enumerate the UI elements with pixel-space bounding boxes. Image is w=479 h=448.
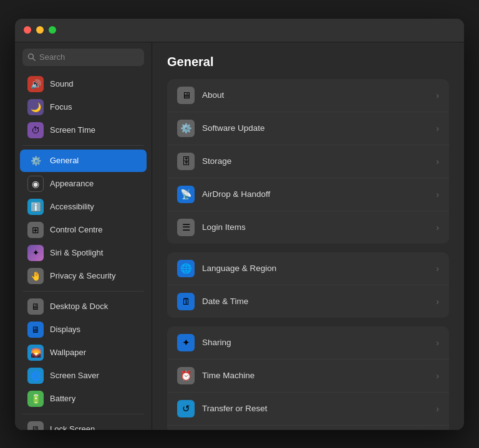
svg-line-1	[33, 59, 36, 61]
about-icon: 🖥	[177, 87, 195, 104]
sidebar-item-label: Accessibility	[50, 202, 94, 211]
chevron-icon: ›	[436, 297, 439, 307]
page-title: General	[167, 55, 449, 69]
settings-row-software-update[interactable]: ⚙️ Software Update ›	[167, 112, 449, 145]
row-label: Software Update	[202, 123, 428, 133]
divider-1	[22, 145, 144, 146]
chevron-icon: ›	[436, 222, 439, 232]
sidebar-item-label: Sound	[50, 79, 74, 88]
row-label: Language & Region	[202, 264, 428, 273]
sidebar-item-lock-screen[interactable]: 🖥 Lock Screen	[20, 418, 147, 430]
displays-icon: 🖥	[27, 322, 44, 338]
settings-row-sharing[interactable]: ✦ Sharing ›	[167, 326, 449, 360]
sharing-icon: ✦	[177, 334, 195, 351]
sidebar-item-label: Appearance	[50, 179, 94, 188]
search-container: Search	[15, 49, 152, 72]
settings-row-time-machine[interactable]: ⏰ Time Machine ›	[167, 360, 449, 393]
maximize-button[interactable]	[49, 26, 56, 34]
transfer-reset-icon: ↺	[177, 400, 195, 417]
sidebar-item-privacy-security[interactable]: 🤚 Privacy & Security	[20, 265, 147, 287]
row-label: Sharing	[202, 338, 428, 347]
chevron-icon: ›	[436, 404, 439, 414]
sidebar-group-3: 🖥 Desktop & Dock 🖥 Displays 🌄 Wallpaper	[15, 295, 152, 410]
settings-group-b: 🌐 Language & Region › 🗓 Date & Time ›	[167, 252, 449, 318]
sidebar-item-focus[interactable]: 🌙 Focus	[20, 96, 147, 118]
system-preferences-window: Search 🔊 Sound 🌙 Focus	[15, 19, 464, 430]
sidebar-item-appearance[interactable]: ◉ Appearance	[20, 173, 147, 195]
battery-icon: 🔋	[27, 391, 44, 407]
sidebar-item-label: Lock Screen	[50, 424, 95, 430]
sidebar-item-label: Screen Saver	[50, 371, 99, 380]
sidebar-group-1: 🔊 Sound 🌙 Focus ⏱ Screen Time	[15, 73, 152, 141]
software-update-icon: ⚙️	[177, 120, 195, 137]
general-icon: ⚙️	[27, 153, 44, 169]
chevron-icon: ›	[436, 90, 439, 100]
settings-row-about[interactable]: 🖥 About ›	[167, 79, 449, 112]
settings-row-airdrop-handoff[interactable]: 📡 AirDrop & Handoff ›	[167, 178, 449, 211]
airdrop-icon: 📡	[177, 186, 195, 203]
storage-icon: 🗄	[177, 153, 195, 170]
sidebar-item-accessibility[interactable]: ℹ️ Accessibility	[20, 196, 147, 218]
minimize-button[interactable]	[36, 26, 44, 34]
sidebar-group-2: ⚙️ General ◉ Appearance ℹ️ Accessibility	[15, 150, 152, 287]
sidebar-item-desktop-dock[interactable]: 🖥 Desktop & Dock	[20, 295, 147, 318]
siri-icon: ✦	[27, 245, 44, 261]
sidebar-item-label: General	[50, 156, 79, 165]
content-area: Search 🔊 Sound 🌙 Focus	[15, 42, 464, 430]
settings-row-storage[interactable]: 🗄 Storage ›	[167, 145, 449, 178]
settings-row-startup-disk[interactable]: 💾 Startup Disk ›	[167, 426, 449, 430]
settings-group-a: 🖥 About › ⚙️ Software Update › 🗄	[167, 79, 449, 244]
sidebar-item-control-centre[interactable]: ⊞ Control Centre	[20, 219, 147, 241]
sidebar-item-label: Focus	[50, 102, 72, 112]
sidebar-item-screen-saver[interactable]: 🌀 Screen Saver	[20, 365, 147, 387]
sidebar-item-label: Displays	[50, 325, 80, 334]
settings-row-transfer-reset[interactable]: ↺ Transfer or Reset ›	[167, 393, 449, 426]
settings-row-login-items[interactable]: ☰ Login Items ›	[167, 211, 449, 244]
sound-icon: 🔊	[27, 76, 44, 92]
settings-row-date-time[interactable]: 🗓 Date & Time ›	[167, 285, 449, 318]
main-content: General 🖥 About › ⚙️ Software Update ›	[152, 42, 464, 430]
titlebar	[15, 19, 464, 42]
sidebar-group-4: 🖥 Lock Screen 🔴 Touch ID & Password 👥 Us…	[15, 418, 152, 430]
sidebar-item-label: Wallpaper	[50, 348, 86, 357]
sidebar-item-siri-spotlight[interactable]: ✦ Siri & Spotlight	[20, 242, 147, 264]
search-placeholder: Search	[39, 52, 65, 62]
chevron-icon: ›	[436, 371, 439, 381]
divider-3	[22, 414, 144, 414]
search-box[interactable]: Search	[22, 49, 144, 66]
chevron-icon: ›	[436, 338, 439, 348]
sidebar-item-battery[interactable]: 🔋 Battery	[20, 388, 147, 410]
row-label: Transfer or Reset	[202, 404, 428, 413]
wallpaper-icon: 🌄	[27, 345, 44, 361]
date-time-icon: 🗓	[177, 293, 195, 310]
row-label: Storage	[202, 156, 428, 166]
desktop-dock-icon: 🖥	[27, 298, 44, 315]
row-label: Time Machine	[202, 371, 428, 380]
sidebar-item-label: Siri & Spotlight	[50, 248, 103, 257]
settings-group-c: ✦ Sharing › ⏰ Time Machine › ↺ Tran	[167, 326, 449, 430]
sidebar-item-displays[interactable]: 🖥 Displays	[20, 318, 147, 341]
settings-row-language-region[interactable]: 🌐 Language & Region ›	[167, 252, 449, 285]
sidebar-item-label: Battery	[50, 394, 75, 403]
divider-2	[22, 291, 144, 292]
sidebar-item-label: Screen Time	[50, 125, 95, 135]
privacy-icon: 🤚	[27, 268, 44, 284]
screen-saver-icon: 🌀	[27, 368, 44, 384]
sidebar-item-screen-time[interactable]: ⏱ Screen Time	[20, 119, 147, 141]
time-machine-icon: ⏰	[177, 367, 195, 384]
search-icon	[27, 53, 36, 61]
chevron-icon: ›	[436, 156, 439, 166]
row-label: Date & Time	[202, 297, 428, 306]
appearance-icon: ◉	[27, 176, 44, 192]
sidebar-item-label: Privacy & Security	[50, 271, 115, 280]
sidebar-item-sound[interactable]: 🔊 Sound	[20, 73, 147, 95]
accessibility-icon: ℹ️	[27, 199, 44, 215]
screen-time-icon: ⏱	[27, 122, 44, 138]
row-label: About	[202, 90, 428, 100]
sidebar: Search 🔊 Sound 🌙 Focus	[15, 42, 152, 430]
sidebar-item-general[interactable]: ⚙️ General	[20, 150, 147, 172]
sidebar-item-label: Desktop & Dock	[50, 302, 108, 311]
close-button[interactable]	[24, 26, 31, 34]
sidebar-item-wallpaper[interactable]: 🌄 Wallpaper	[20, 341, 147, 364]
chevron-icon: ›	[436, 123, 439, 133]
